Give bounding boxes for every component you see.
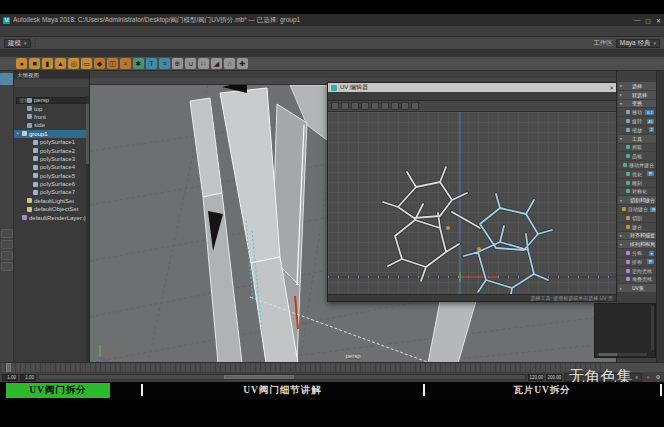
poly-helix-icon[interactable]: ≈ [120, 58, 131, 69]
toolkit-row[interactable]: 抓取 [618, 144, 656, 152]
workspace-dropdown[interactable]: Maya 经典 ▾ [616, 39, 660, 48]
outliner-item[interactable]: defaultObjectSet [14, 205, 86, 213]
poly-pipe-icon[interactable]: ◫ [107, 58, 118, 69]
outliner-item[interactable]: defaultLightSet [14, 197, 86, 205]
value-badge[interactable]: 0.1 [645, 110, 654, 115]
poly-torus-icon[interactable]: ◎ [68, 58, 79, 69]
snap-grid-icon[interactable] [100, 39, 109, 48]
value-badge[interactable]: 开 [647, 171, 654, 176]
value-badge[interactable]: 2 [649, 127, 654, 132]
uv-shell-right[interactable] [464, 194, 552, 296]
toolkit-row[interactable]: 自动缝合 开 [618, 205, 656, 213]
auto-keyframe-icon[interactable]: ● [644, 373, 652, 381]
section-arrow-icon[interactable]: ▾ [620, 198, 622, 203]
separate-icon[interactable]: ∷ [198, 58, 209, 69]
chapter-tab-active[interactable]: UV阀门拆分 [6, 383, 110, 398]
value-badge[interactable]: 45 [647, 119, 654, 124]
outliner-item[interactable]: polySurface2 [14, 146, 86, 154]
menuset-dropdown[interactable]: 建模 ▾ [4, 39, 31, 48]
section-arrow-icon[interactable]: ▾ [620, 101, 624, 106]
viewport-toolbar-icon[interactable] [174, 78, 180, 83]
select-tool[interactable] [0, 73, 13, 85]
toolkit-row[interactable]: 移动并缝合 [618, 161, 656, 169]
bevel-icon[interactable]: ◢ [211, 58, 222, 69]
selected-uv-point[interactable] [477, 247, 481, 251]
horizontal-scrollbar[interactable] [597, 353, 647, 356]
outliner-item[interactable]: polySurface4 [14, 163, 86, 171]
viewport-toolbar-icon[interactable] [222, 78, 228, 83]
section-arrow-icon[interactable]: ▸ [620, 83, 624, 88]
scale-tool[interactable] [0, 138, 13, 150]
history-icon[interactable] [150, 39, 159, 48]
outliner-item[interactable]: top [14, 104, 86, 112]
selected-uv-point[interactable] [446, 226, 450, 230]
uv-toolbar-icon[interactable] [381, 102, 389, 110]
toolkit-row[interactable]: 堆叠壳线 [618, 276, 656, 284]
viewport-toolbar-icon[interactable] [214, 78, 220, 83]
vertical-scrollbar[interactable] [651, 306, 654, 350]
chapter-tab[interactable]: 瓦片UV拆分 [424, 383, 660, 398]
toolkit-row[interactable]: 旋转 45 [618, 117, 656, 125]
viewport-toolbar-icon[interactable] [126, 78, 132, 83]
snap-plane-icon[interactable] [130, 39, 139, 48]
toolkit-row[interactable]: 对称化 [618, 188, 656, 196]
move-tool[interactable] [0, 112, 13, 124]
bridge-icon[interactable]: ∩ [224, 58, 235, 69]
ipr-render-icon[interactable] [180, 39, 189, 48]
svg-tool-icon[interactable]: ≡ [159, 58, 170, 69]
save-scene-icon[interactable] [60, 39, 69, 48]
poly-cube-icon[interactable]: ■ [29, 58, 40, 69]
outliner-item[interactable]: ▾ group1 [14, 130, 86, 138]
lasso-tool[interactable] [0, 86, 13, 98]
render-settings-icon[interactable] [190, 39, 199, 48]
chapter-tab[interactable]: UV阀门细节讲解 [142, 383, 423, 398]
toolkit-row[interactable]: ▸ 对齐和捕捉 [618, 232, 656, 240]
uv-toolbar-icon[interactable] [351, 102, 359, 110]
poly-sphere-icon[interactable]: ● [16, 58, 27, 69]
poly-pyramid-icon[interactable]: ◆ [94, 58, 105, 69]
outliner-scrollbar[interactable] [86, 96, 89, 362]
toolkit-row[interactable]: 移动 0.1 [618, 108, 656, 116]
anim-end-field[interactable]: 200.00 [546, 374, 562, 381]
outliner-item[interactable]: side [14, 121, 86, 129]
snap-point-icon[interactable] [120, 39, 129, 48]
combine-icon[interactable]: ∪ [185, 58, 196, 69]
playback-end-field[interactable]: 120.00 [528, 374, 544, 381]
viewport-toolbar-icon[interactable] [190, 78, 196, 83]
layout-four-pane[interactable] [1, 240, 13, 249]
toolkit-row[interactable]: ▸ 软选择 [618, 91, 656, 99]
toolkit-row[interactable]: 雕刻 [618, 179, 656, 187]
paint-select-tool[interactable] [0, 99, 13, 111]
range-groove[interactable] [38, 374, 526, 380]
viewport-toolbar-icon[interactable] [230, 78, 236, 83]
toolkit-row[interactable]: 切割 [618, 214, 656, 222]
viewport-toolbar-icon[interactable] [166, 78, 172, 83]
selection-mask-icon[interactable] [90, 39, 99, 48]
uv-toolbar-icon[interactable] [331, 102, 339, 110]
uv-toolbar-icon[interactable] [361, 102, 369, 110]
time-slider[interactable] [0, 362, 664, 372]
toolkit-row[interactable]: 优化 开 [618, 170, 656, 178]
uv-editor-window[interactable]: UV 编辑器 ✕ [327, 82, 618, 302]
boolean-icon[interactable]: ⊕ [172, 58, 183, 69]
uv-canvas[interactable] [328, 112, 617, 296]
anim-start-field[interactable]: 1.00 [2, 374, 18, 381]
section-arrow-icon[interactable]: ▸ [620, 92, 624, 97]
layout-two-pane[interactable] [1, 251, 13, 260]
poly-cone-icon[interactable]: ▲ [55, 58, 66, 69]
section-arrow-icon[interactable]: ▾ [620, 242, 622, 247]
toolkit-row[interactable]: 缝合 [618, 223, 656, 231]
viewport-toolbar-icon[interactable] [94, 78, 100, 83]
section-arrow-icon[interactable]: ▸ [620, 233, 622, 238]
redo-icon[interactable] [80, 39, 89, 48]
uv-toolbar-icon[interactable] [401, 102, 409, 110]
viewport-toolbar-icon[interactable] [182, 78, 188, 83]
toolkit-row[interactable]: ▾ 工具 [618, 135, 656, 143]
playback-start-field[interactable]: 1.00 [20, 374, 36, 381]
undo-icon[interactable] [70, 39, 79, 48]
toolkit-row[interactable]: 定向壳线 [618, 267, 656, 275]
sculpt-tool-icon[interactable]: ✱ [133, 58, 144, 69]
layout-single-pane[interactable] [1, 229, 13, 238]
viewport-toolbar-icon[interactable] [110, 78, 116, 83]
render-frame-icon[interactable] [170, 39, 179, 48]
